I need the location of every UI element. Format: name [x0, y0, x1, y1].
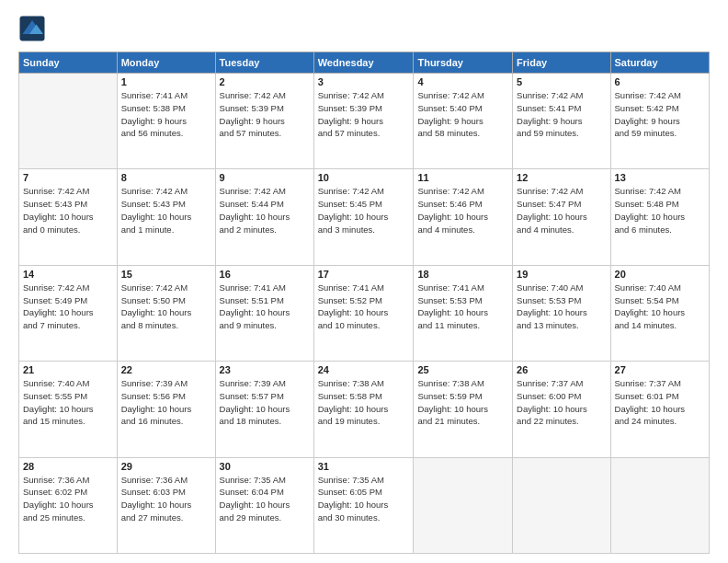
- day-info: Sunrise: 7:42 AMSunset: 5:41 PMDaylight:…: [517, 89, 606, 140]
- day-info: Sunrise: 7:42 AMSunset: 5:42 PMDaylight:…: [615, 89, 705, 140]
- day-header: Wednesday: [313, 52, 414, 74]
- day-number: 4: [417, 76, 508, 87]
- calendar-day-cell: 22Sunrise: 7:39 AMSunset: 5:56 PMDayligh…: [117, 362, 215, 457]
- day-info: Sunrise: 7:42 AMSunset: 5:46 PMDaylight:…: [417, 185, 508, 236]
- day-number: 2: [220, 76, 310, 87]
- calendar-week-row: 28Sunrise: 7:36 AMSunset: 6:02 PMDayligh…: [19, 457, 710, 553]
- calendar-day-cell: 13Sunrise: 7:42 AMSunset: 5:48 PMDayligh…: [610, 169, 709, 265]
- day-info: Sunrise: 7:41 AMSunset: 5:53 PMDaylight:…: [417, 282, 508, 332]
- day-number: 20: [615, 269, 705, 280]
- day-info: Sunrise: 7:40 AMSunset: 5:55 PMDaylight:…: [23, 377, 113, 428]
- calendar-day-cell: 11Sunrise: 7:42 AMSunset: 5:46 PMDayligh…: [414, 169, 513, 265]
- calendar-day-cell: 26Sunrise: 7:37 AMSunset: 6:00 PMDayligh…: [513, 362, 610, 457]
- logo: [18, 15, 50, 42]
- calendar-day-cell: [19, 74, 118, 169]
- day-number: 17: [318, 269, 410, 280]
- calendar-day-cell: 12Sunrise: 7:42 AMSunset: 5:47 PMDayligh…: [513, 169, 610, 265]
- calendar-day-cell: 30Sunrise: 7:35 AMSunset: 6:04 PMDayligh…: [215, 457, 313, 553]
- calendar-day-cell: 16Sunrise: 7:41 AMSunset: 5:51 PMDayligh…: [215, 265, 313, 361]
- day-number: 27: [615, 364, 705, 375]
- day-number: 30: [220, 461, 310, 472]
- day-number: 11: [417, 172, 508, 183]
- calendar-day-cell: 31Sunrise: 7:35 AMSunset: 6:05 PMDayligh…: [313, 457, 414, 553]
- day-info: Sunrise: 7:41 AMSunset: 5:38 PMDaylight:…: [121, 89, 211, 140]
- day-header: Friday: [513, 52, 610, 74]
- day-number: 22: [121, 364, 211, 375]
- logo-icon: [18, 15, 46, 42]
- day-info: Sunrise: 7:38 AMSunset: 5:59 PMDaylight:…: [417, 377, 508, 428]
- calendar-day-cell: 2Sunrise: 7:42 AMSunset: 5:39 PMDaylight…: [215, 74, 313, 169]
- calendar-header-row: SundayMondayTuesdayWednesdayThursdayFrid…: [19, 52, 710, 74]
- day-info: Sunrise: 7:39 AMSunset: 5:56 PMDaylight:…: [121, 377, 211, 428]
- calendar-day-cell: 29Sunrise: 7:36 AMSunset: 6:03 PMDayligh…: [117, 457, 215, 553]
- day-number: 24: [318, 364, 410, 375]
- calendar-day-cell: 25Sunrise: 7:38 AMSunset: 5:59 PMDayligh…: [414, 362, 513, 457]
- day-header: Monday: [117, 52, 215, 74]
- day-info: Sunrise: 7:35 AMSunset: 6:05 PMDaylight:…: [318, 474, 410, 524]
- calendar-day-cell: 15Sunrise: 7:42 AMSunset: 5:50 PMDayligh…: [117, 265, 215, 361]
- calendar-day-cell: 21Sunrise: 7:40 AMSunset: 5:55 PMDayligh…: [19, 362, 118, 457]
- day-info: Sunrise: 7:40 AMSunset: 5:54 PMDaylight:…: [615, 282, 705, 332]
- day-info: Sunrise: 7:42 AMSunset: 5:43 PMDaylight:…: [23, 185, 113, 236]
- calendar-day-cell: 20Sunrise: 7:40 AMSunset: 5:54 PMDayligh…: [610, 265, 709, 361]
- calendar-day-cell: 9Sunrise: 7:42 AMSunset: 5:44 PMDaylight…: [215, 169, 313, 265]
- day-number: 10: [318, 172, 410, 183]
- calendar-day-cell: [610, 457, 709, 553]
- day-number: 23: [220, 364, 310, 375]
- calendar-day-cell: 14Sunrise: 7:42 AMSunset: 5:49 PMDayligh…: [19, 265, 118, 361]
- calendar-day-cell: 5Sunrise: 7:42 AMSunset: 5:41 PMDaylight…: [513, 74, 610, 169]
- day-info: Sunrise: 7:42 AMSunset: 5:47 PMDaylight:…: [517, 185, 606, 236]
- header: [18, 15, 710, 42]
- day-number: 26: [517, 364, 606, 375]
- day-number: 25: [417, 364, 508, 375]
- day-number: 14: [23, 269, 113, 280]
- calendar-week-row: 21Sunrise: 7:40 AMSunset: 5:55 PMDayligh…: [19, 362, 710, 457]
- day-info: Sunrise: 7:42 AMSunset: 5:39 PMDaylight:…: [220, 89, 310, 140]
- calendar-day-cell: [414, 457, 513, 553]
- day-info: Sunrise: 7:35 AMSunset: 6:04 PMDaylight:…: [220, 474, 310, 524]
- calendar-day-cell: [513, 457, 610, 553]
- day-info: Sunrise: 7:36 AMSunset: 6:02 PMDaylight:…: [23, 474, 113, 524]
- day-info: Sunrise: 7:39 AMSunset: 5:57 PMDaylight:…: [220, 377, 310, 428]
- day-number: 1: [121, 76, 211, 87]
- day-info: Sunrise: 7:42 AMSunset: 5:40 PMDaylight:…: [417, 89, 508, 140]
- day-info: Sunrise: 7:41 AMSunset: 5:52 PMDaylight:…: [318, 282, 410, 332]
- calendar-day-cell: 27Sunrise: 7:37 AMSunset: 6:01 PMDayligh…: [610, 362, 709, 457]
- calendar-day-cell: 7Sunrise: 7:42 AMSunset: 5:43 PMDaylight…: [19, 169, 118, 265]
- calendar-day-cell: 10Sunrise: 7:42 AMSunset: 5:45 PMDayligh…: [313, 169, 414, 265]
- day-number: 16: [220, 269, 310, 280]
- calendar-week-row: 14Sunrise: 7:42 AMSunset: 5:49 PMDayligh…: [19, 265, 710, 361]
- day-info: Sunrise: 7:42 AMSunset: 5:49 PMDaylight:…: [23, 282, 113, 332]
- calendar-day-cell: 17Sunrise: 7:41 AMSunset: 5:52 PMDayligh…: [313, 265, 414, 361]
- day-number: 7: [23, 172, 113, 183]
- calendar-day-cell: 1Sunrise: 7:41 AMSunset: 5:38 PMDaylight…: [117, 74, 215, 169]
- calendar-day-cell: 3Sunrise: 7:42 AMSunset: 5:39 PMDaylight…: [313, 74, 414, 169]
- day-info: Sunrise: 7:37 AMSunset: 6:00 PMDaylight:…: [517, 377, 606, 428]
- calendar-day-cell: 23Sunrise: 7:39 AMSunset: 5:57 PMDayligh…: [215, 362, 313, 457]
- day-info: Sunrise: 7:38 AMSunset: 5:58 PMDaylight:…: [318, 377, 410, 428]
- calendar-day-cell: 8Sunrise: 7:42 AMSunset: 5:43 PMDaylight…: [117, 169, 215, 265]
- day-info: Sunrise: 7:40 AMSunset: 5:53 PMDaylight:…: [517, 282, 606, 332]
- day-number: 3: [318, 76, 410, 87]
- day-info: Sunrise: 7:41 AMSunset: 5:51 PMDaylight:…: [220, 282, 310, 332]
- calendar-day-cell: 19Sunrise: 7:40 AMSunset: 5:53 PMDayligh…: [513, 265, 610, 361]
- day-info: Sunrise: 7:42 AMSunset: 5:39 PMDaylight:…: [318, 89, 410, 140]
- day-info: Sunrise: 7:42 AMSunset: 5:48 PMDaylight:…: [615, 185, 705, 236]
- calendar-day-cell: 6Sunrise: 7:42 AMSunset: 5:42 PMDaylight…: [610, 74, 709, 169]
- day-info: Sunrise: 7:42 AMSunset: 5:44 PMDaylight:…: [220, 185, 310, 236]
- calendar-day-cell: 4Sunrise: 7:42 AMSunset: 5:40 PMDaylight…: [414, 74, 513, 169]
- day-number: 12: [517, 172, 606, 183]
- day-header: Tuesday: [215, 52, 313, 74]
- day-number: 8: [121, 172, 211, 183]
- day-number: 13: [615, 172, 705, 183]
- day-info: Sunrise: 7:37 AMSunset: 6:01 PMDaylight:…: [615, 377, 705, 428]
- day-header: Sunday: [19, 52, 118, 74]
- calendar-day-cell: 28Sunrise: 7:36 AMSunset: 6:02 PMDayligh…: [19, 457, 118, 553]
- day-number: 28: [23, 461, 113, 472]
- day-number: 18: [417, 269, 508, 280]
- day-number: 6: [615, 76, 705, 87]
- day-header: Saturday: [610, 52, 709, 74]
- day-number: 31: [318, 461, 410, 472]
- day-info: Sunrise: 7:42 AMSunset: 5:50 PMDaylight:…: [121, 282, 211, 332]
- day-info: Sunrise: 7:36 AMSunset: 6:03 PMDaylight:…: [121, 474, 211, 524]
